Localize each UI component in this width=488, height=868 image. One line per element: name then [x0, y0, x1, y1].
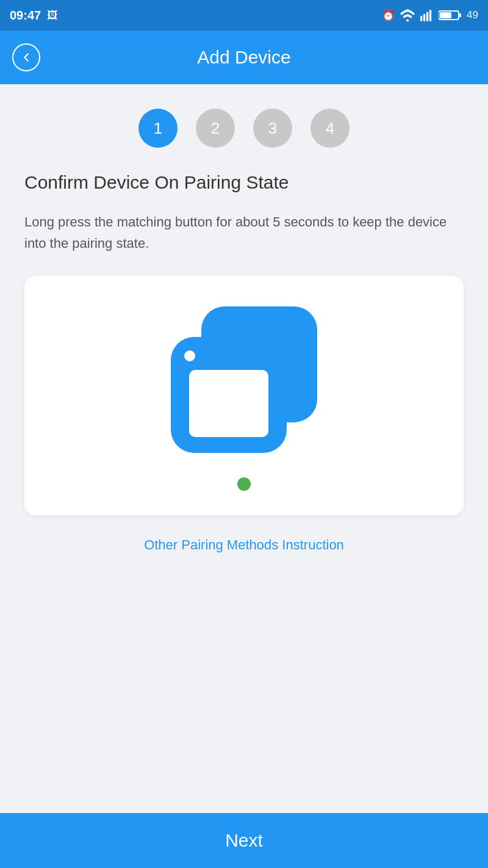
step-indicators: 1 2 3 4 [138, 109, 350, 148]
status-left: 09:47 🖼 [10, 9, 58, 23]
svg-rect-1 [420, 16, 422, 21]
battery-icon [439, 9, 462, 21]
status-bar: 09:47 🖼 ⏰ 49 [0, 0, 488, 31]
svg-rect-2 [423, 14, 425, 21]
app-header: Add Device [0, 31, 488, 84]
device-icon-wrapper [171, 306, 317, 453]
step-4: 4 [310, 109, 350, 148]
svg-rect-3 [426, 12, 428, 21]
svg-rect-4 [429, 10, 431, 21]
step-1: 1 [138, 109, 178, 148]
other-pairing-link[interactable]: Other Pairing Methods Instruction [144, 537, 344, 553]
alarm-icon: ⏰ [382, 9, 395, 22]
svg-rect-7 [459, 13, 461, 17]
device-illustration-card [24, 276, 464, 515]
step-2: 2 [196, 109, 235, 148]
svg-point-0 [406, 20, 409, 22]
card-screen [189, 370, 268, 437]
image-icon: 🖼 [47, 9, 58, 22]
step-3: 3 [253, 109, 292, 148]
wifi-icon [400, 9, 415, 21]
header-title: Add Device [197, 47, 290, 68]
device-card-front [171, 337, 287, 453]
section-heading: Confirm Device On Pairing State [24, 172, 464, 193]
status-right: ⏰ 49 [382, 9, 478, 22]
status-indicator-dot [237, 477, 251, 491]
pairing-description: Long press the matching button for about… [24, 211, 464, 254]
back-button[interactable] [12, 43, 40, 71]
main-content: 1 2 3 4 Confirm Device On Pairing State … [0, 84, 488, 801]
signal-icon [420, 9, 434, 21]
next-button[interactable]: Next [0, 813, 488, 868]
status-time: 09:47 [10, 9, 41, 23]
card-dot [184, 350, 195, 361]
svg-rect-6 [440, 12, 451, 18]
battery-level: 49 [467, 9, 478, 21]
